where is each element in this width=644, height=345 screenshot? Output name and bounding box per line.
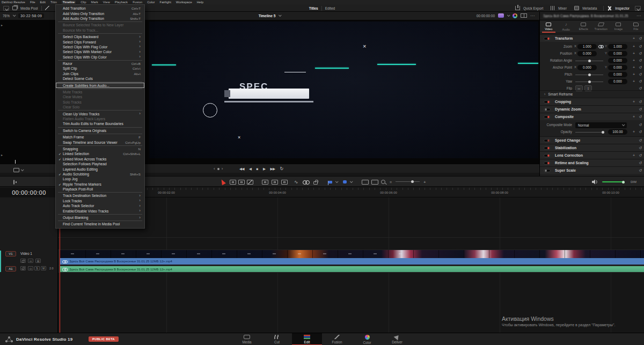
a1-destination-button[interactable]: A1	[5, 266, 16, 271]
menu-item[interactable]: ✓ Selection Follows Playhead ›	[56, 162, 144, 166]
slider-knob[interactable]	[588, 60, 591, 62]
menubar-item[interactable]: DaVinci Resolve	[2, 1, 25, 4]
menu-item[interactable]: ✓ Create Subtitles from Audio... ›	[56, 83, 144, 87]
timeline-name[interactable]: Timeline 5	[259, 14, 276, 18]
menu-item[interactable]: ✓ Match Frame F ›	[56, 135, 144, 140]
v1-enable-button[interactable]: ▤	[35, 259, 41, 263]
menu-item[interactable]: ✓ Playback Post-Roll ›	[56, 187, 144, 192]
layout-chevron-icon[interactable]	[635, 6, 641, 11]
inspector-section[interactable]: Retime and Scaling + ↺	[540, 159, 644, 166]
menu-item[interactable]: ✓ Select Clips With Clip Color ›	[56, 55, 144, 60]
flag-button[interactable]	[328, 179, 332, 185]
page-tab[interactable]: Cut	[262, 333, 292, 345]
replace-clip-button[interactable]	[281, 179, 288, 185]
menubar-item[interactable]: Help	[197, 1, 203, 4]
zoom-detail-button[interactable]	[371, 179, 378, 185]
menu-item[interactable]: ✓ Add Audio Only Transition Shift+T ›	[56, 16, 144, 21]
pitch-slider[interactable]	[575, 75, 603, 75]
keyframe-button[interactable]: +	[633, 52, 635, 55]
keyframe-button[interactable]: +	[633, 58, 635, 62]
edited-tab[interactable]: Edited	[325, 6, 335, 10]
menu-item[interactable]: ✓ Linked Selection Ctrl+Shift+L ›	[56, 151, 144, 156]
menu-item[interactable]: ✓ Select Clips Backward ›	[56, 34, 144, 39]
menu-item[interactable]: ✓ Mute Tracks ›	[56, 90, 144, 94]
inspector-section[interactable]: Composite + ↺	[540, 113, 644, 120]
menubar-item[interactable]: Trim	[50, 1, 57, 4]
reset-icon[interactable]: ↺	[639, 36, 642, 41]
menu-item[interactable]: ✓ Bounce Selected Tracks to New Layer ›	[56, 23, 144, 27]
section-toggle[interactable]	[544, 154, 551, 157]
transform-toggle[interactable]	[544, 37, 551, 40]
link-xy-icon[interactable]	[598, 45, 603, 48]
zoom-y-field[interactable]: 1.000	[608, 44, 627, 49]
page-tab[interactable]: Color	[352, 333, 382, 345]
opacity-field[interactable]: 100.00	[608, 129, 627, 135]
slider-knob[interactable]	[622, 181, 625, 183]
menu-item[interactable]: ✓ Loop Jog ›	[56, 177, 144, 181]
titles-tab[interactable]: Titles	[309, 6, 318, 10]
mixer-button[interactable]: Mixer	[558, 6, 567, 10]
go-to-start-button[interactable]: ◀◀	[239, 164, 244, 173]
go-to-end-button[interactable]: ▶▶	[270, 164, 275, 173]
menu-item[interactable]: ✓ Lock Tracks ›	[56, 199, 144, 203]
menu-item[interactable]: ✓ Find Current Timeline in Media Pool ›	[56, 222, 144, 226]
reset-icon[interactable]: ↺	[639, 45, 642, 49]
menu-item[interactable]: ✓ Audio Scrubbing Shift+S ›	[56, 172, 144, 177]
overwrite-clip-button[interactable]	[272, 179, 278, 185]
a1-solo-button[interactable]: S	[34, 266, 40, 270]
monitor-volume-button[interactable]	[591, 179, 598, 185]
menu-item[interactable]: ✓ Clear Mutes ›	[56, 94, 144, 99]
selection-tool-button[interactable]	[221, 179, 225, 185]
section-toggle[interactable]	[544, 169, 551, 172]
composite-mode-select[interactable]: Normal	[575, 122, 627, 128]
video-clip[interactable]: Здесь Всё Сама Распродажа В Воскресенье …	[60, 258, 644, 265]
stop-button[interactable]: ■	[257, 164, 258, 173]
dynamic-trim-mode-button[interactable]	[238, 179, 245, 185]
reset-icon[interactable]: ↺	[639, 100, 642, 104]
menu-item[interactable]: ✓ Select Clips With Flag Color ›	[56, 45, 144, 49]
menubar-item[interactable]: Mark	[91, 1, 98, 4]
a1-lock-button[interactable]	[20, 266, 26, 270]
menubar-item[interactable]: Fusion	[133, 1, 142, 4]
split-screen-icon[interactable]	[521, 13, 527, 18]
section-toggle[interactable]	[544, 108, 551, 111]
menubar-item[interactable]: Edit	[40, 1, 46, 4]
flag-color-chevron[interactable]	[335, 179, 338, 185]
inspector-section[interactable]: Super Scale + ↺	[540, 166, 644, 174]
v1-destination-button[interactable]: V1	[5, 251, 16, 256]
smart-reframe-section[interactable]: › Smart Reframe	[540, 90, 644, 97]
reset-icon[interactable]: ↺	[639, 123, 642, 127]
menu-item[interactable]: ✓ Select Clips With Marker Color ›	[56, 49, 144, 54]
menu-item[interactable]: ✓ Add Video Only Transition Alt+T ›	[56, 11, 144, 16]
reset-icon[interactable]: ↺	[639, 58, 642, 63]
razor-tool-button[interactable]	[247, 179, 253, 185]
slider-knob[interactable]	[411, 180, 414, 183]
menubar-item[interactable]: Color	[147, 1, 155, 4]
menubar-item[interactable]: Clip	[80, 1, 86, 4]
page-tab[interactable]: Edit	[292, 333, 322, 345]
reset-icon[interactable]: ↺	[639, 52, 642, 56]
zoom-minus-button[interactable]: =	[390, 179, 392, 185]
tab-image[interactable]: Image	[610, 20, 627, 33]
menu-item[interactable]: ✓ Ripple Timeline Markers ›	[56, 182, 144, 187]
keyframe-button[interactable]: +	[633, 45, 635, 48]
menubar-item[interactable]: Workspace	[176, 1, 192, 4]
section-toggle[interactable]	[544, 139, 551, 142]
menu-item[interactable]: ✓ Razor Ctrl+B ›	[56, 61, 144, 66]
menu-item[interactable]: ✓ Bounce Mix to Track... ›	[56, 28, 144, 33]
inspector-section[interactable]: Lens Correction + ↺	[540, 151, 644, 159]
v1-auto-select-button[interactable]: ▭	[28, 259, 33, 263]
a1-mute-button[interactable]: M	[41, 266, 46, 270]
keyframe-button[interactable]: +	[633, 153, 635, 157]
tab-effects[interactable]: Effects	[575, 20, 592, 33]
page-tab[interactable]: Fusion	[322, 333, 352, 345]
panel-collapse-icon[interactable]	[3, 6, 9, 11]
v1-lock-button[interactable]	[20, 259, 26, 263]
linked-selection-button[interactable]	[303, 179, 309, 185]
opacity-slider[interactable]	[575, 132, 603, 133]
play-button[interactable]: ▶	[263, 164, 266, 173]
inspector-section[interactable]: Dynamic Zoom + ↺	[540, 105, 644, 113]
page-tab[interactable]: Deliver	[382, 333, 412, 345]
media-pool-button[interactable]: Media Pool	[20, 6, 38, 10]
menu-item[interactable]: ✓ Enable/Disable Video Tracks ›	[56, 208, 144, 213]
